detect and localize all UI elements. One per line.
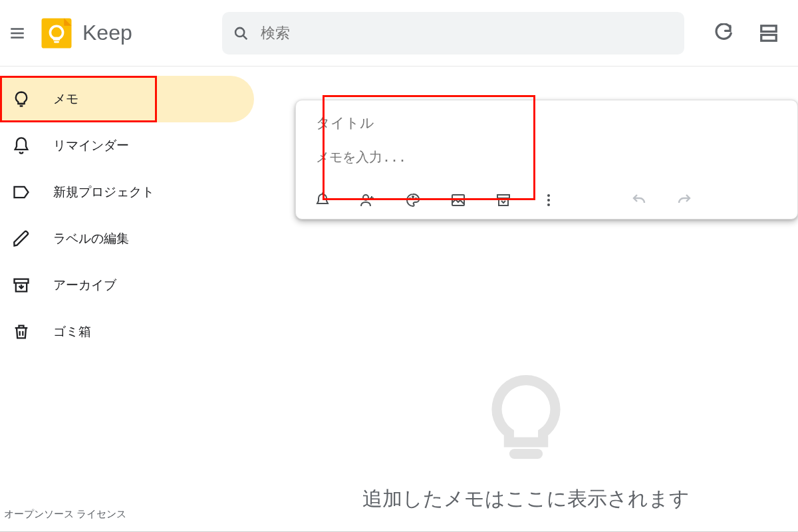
image-icon	[450, 192, 466, 208]
collaborator-button[interactable]	[358, 191, 377, 209]
svg-point-24	[547, 194, 550, 197]
svg-point-26	[547, 203, 550, 206]
svg-rect-7	[54, 41, 59, 43]
list-view-icon	[759, 23, 779, 43]
app-logo[interactable]: Keep	[39, 15, 132, 51]
pencil-icon	[12, 229, 31, 248]
refresh-icon	[714, 23, 733, 43]
sidebar-item-notes[interactable]: メモ	[0, 76, 254, 122]
view-toggle-button[interactable]	[755, 20, 782, 47]
redo-icon	[676, 192, 692, 208]
trash-icon	[12, 323, 31, 341]
person-add-icon	[360, 192, 376, 208]
sidebar-item-label: ラベルの編集	[53, 230, 129, 247]
bulb-large-icon	[479, 372, 573, 466]
note-toolbar	[296, 182, 797, 219]
svg-rect-12	[15, 279, 29, 283]
svg-point-21	[416, 198, 417, 200]
menu-toggle[interactable]	[1, 17, 33, 49]
sidebar-item-label: 新規プロジェクト	[53, 184, 154, 201]
refresh-button[interactable]	[710, 20, 737, 47]
svg-line-9	[243, 35, 247, 39]
sidebar-item-project[interactable]: 新規プロジェクト	[0, 169, 254, 215]
redo-button[interactable]	[675, 191, 694, 209]
note-title-input[interactable]	[296, 100, 797, 136]
svg-rect-23	[497, 195, 509, 198]
svg-point-16	[363, 195, 368, 200]
image-button[interactable]	[449, 191, 467, 209]
tag-icon	[12, 183, 31, 201]
color-button[interactable]	[404, 191, 422, 209]
sidebar-item-label: リマインダー	[53, 137, 129, 154]
undo-icon	[631, 192, 647, 208]
empty-state: 追加したメモはここに表示されます	[362, 372, 690, 513]
archive-icon	[495, 192, 511, 208]
svg-point-8	[235, 27, 244, 36]
note-editor[interactable]	[295, 100, 798, 219]
sidebar-item-edit-labels[interactable]: ラベルの編集	[0, 215, 254, 262]
more-vert-icon	[541, 192, 557, 208]
svg-point-20	[412, 196, 414, 198]
sidebar-item-reminders[interactable]: リマインダー	[0, 122, 254, 169]
svg-point-19	[410, 198, 411, 200]
remind-button[interactable]	[313, 191, 332, 209]
undo-button[interactable]	[630, 191, 648, 209]
empty-state-text: 追加したメモはここに表示されます	[362, 485, 690, 513]
bell-icon	[12, 136, 31, 155]
sidebar-item-trash[interactable]: ゴミ箱	[0, 309, 254, 355]
svg-rect-10	[761, 25, 777, 31]
note-body-input[interactable]	[296, 136, 797, 179]
palette-icon	[405, 192, 421, 208]
sidebar-item-label: メモ	[53, 90, 78, 108]
search-input[interactable]	[261, 25, 674, 42]
sidebar-item-label: ゴミ箱	[53, 323, 91, 340]
svg-point-25	[547, 199, 550, 201]
svg-rect-11	[761, 35, 777, 41]
sidebar: メモ リマインダー 新規プロジェクト ラベルの編集 アーカイブ ゴミ箱 オープン…	[0, 66, 254, 532]
app-title: Keep	[82, 21, 132, 45]
more-button[interactable]	[539, 191, 558, 209]
archive-button[interactable]	[494, 191, 513, 209]
archive-icon	[12, 276, 31, 295]
svg-rect-6	[53, 37, 60, 40]
header: Keep	[0, 0, 798, 66]
search-box[interactable]	[222, 12, 684, 55]
search-icon	[233, 25, 249, 42]
bulb-icon	[12, 90, 31, 108]
sidebar-item-label: アーカイブ	[53, 277, 116, 294]
keep-logo-icon	[39, 15, 74, 51]
hamburger-icon	[9, 25, 26, 42]
bell-plus-icon	[315, 192, 331, 208]
sidebar-item-archive[interactable]: アーカイブ	[0, 262, 254, 309]
header-tools	[710, 20, 798, 47]
main-area: 追加したメモはここに表示されます	[254, 66, 798, 532]
open-source-link[interactable]: オープンソース ライセンス	[4, 508, 126, 521]
